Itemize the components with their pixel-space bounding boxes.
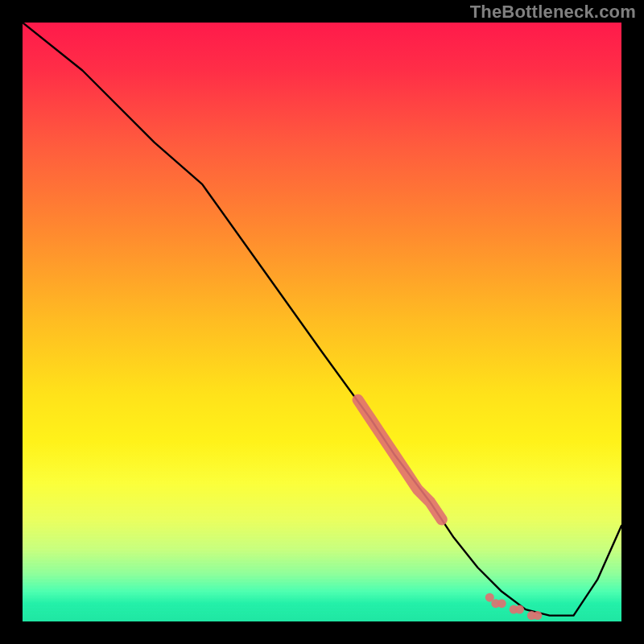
- chart-frame: TheBottleneck.com: [0, 0, 644, 644]
- optimal-region-dot: [515, 605, 524, 614]
- plot-area: [23, 23, 621, 621]
- critical-region-markers: [358, 400, 442, 520]
- optimal-region-markers: [485, 593, 543, 620]
- optimal-region-dot: [533, 611, 542, 620]
- watermark-text: TheBottleneck.com: [470, 2, 636, 23]
- bottleneck-curve-line: [23, 23, 621, 616]
- optimal-region-dot: [497, 599, 506, 608]
- chart-overlay: [23, 23, 621, 621]
